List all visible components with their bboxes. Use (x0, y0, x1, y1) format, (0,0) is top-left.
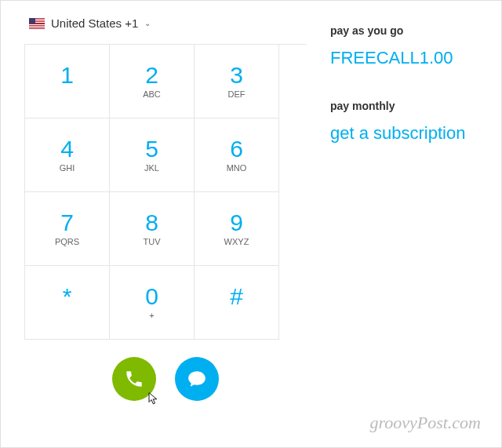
key-1[interactable]: 1 (25, 45, 110, 118)
pay-monthly-label: pay monthly (330, 100, 493, 112)
key-hash[interactable]: # (195, 266, 279, 340)
chat-icon (187, 369, 207, 389)
key-letters: JKL (144, 163, 159, 174)
key-letters: MNO (227, 163, 247, 174)
key-8[interactable]: 8 TUV (110, 192, 195, 266)
key-letters: DEF (228, 89, 246, 100)
phone-icon (124, 369, 144, 389)
pay-as-you-go-value[interactable]: FREECALL1.00 (330, 48, 493, 68)
key-letters: GHI (60, 163, 75, 174)
key-0[interactable]: 0 + (110, 266, 195, 340)
key-letters: TUV (144, 237, 161, 248)
key-digit: 5 (145, 136, 158, 162)
key-digit: 3 (230, 62, 243, 88)
key-digit: 8 (145, 209, 158, 235)
chevron-down-icon: ⌄ (144, 19, 151, 27)
watermark: groovyPost.com (369, 413, 481, 433)
key-digit: # (230, 283, 243, 309)
key-digit: 7 (60, 209, 74, 235)
pay-as-you-go-label: pay as you go (330, 24, 493, 37)
key-2[interactable]: 2 ABC (110, 45, 195, 118)
key-digit: 0 (145, 283, 158, 309)
key-digit: 4 (60, 136, 74, 162)
key-digit: 1 (60, 62, 74, 88)
country-selector[interactable]: United States +1 ⌄ (29, 16, 307, 30)
key-4[interactable]: 4 GHI (25, 118, 110, 192)
subscription-link[interactable]: get a subscription (330, 123, 493, 144)
key-letters: ABC (143, 89, 161, 100)
key-digit: * (63, 283, 72, 309)
key-5[interactable]: 5 JKL (110, 118, 195, 192)
key-3[interactable]: 3 DEF (195, 45, 279, 118)
call-button[interactable] (112, 357, 156, 401)
key-letters: + (149, 311, 154, 322)
key-letters: PQRS (55, 237, 79, 248)
key-digit: 6 (230, 136, 243, 162)
chat-button[interactable] (175, 357, 219, 401)
key-digit: 2 (145, 62, 158, 88)
us-flag-icon (29, 18, 45, 29)
key-digit: 9 (230, 209, 243, 235)
cursor-icon (147, 392, 161, 406)
key-star[interactable]: * (25, 266, 110, 340)
key-letters: WXYZ (224, 237, 249, 248)
country-label: United States +1 (51, 16, 138, 30)
key-7[interactable]: 7 PQRS (25, 192, 110, 266)
key-9[interactable]: 9 WXYZ (195, 192, 279, 266)
dial-keypad: 1 2 ABC 3 DEF 4 GHI 5 JKL 6 MNO (24, 44, 307, 340)
key-6[interactable]: 6 MNO (195, 118, 279, 192)
